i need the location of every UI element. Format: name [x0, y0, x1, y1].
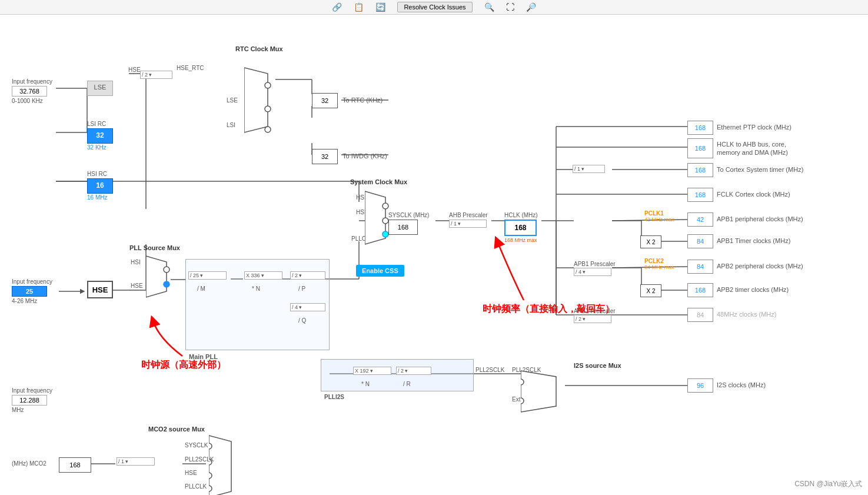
apb2-prescaler-select[interactable]: / 2▾	[574, 315, 611, 323]
i2s-mux-shape	[521, 368, 568, 415]
svg-point-55	[265, 127, 271, 132]
ahb-prescaler-select[interactable]: / 1▾	[449, 220, 487, 228]
lsi-rc-label: LSI RC	[87, 121, 106, 127]
hsi-rc-block: 16	[87, 178, 113, 194]
fclk-box: 168	[687, 188, 713, 202]
m-label: / M	[197, 285, 205, 292]
svg-point-66	[521, 398, 524, 404]
m-div-select[interactable]: / 25▾	[188, 271, 227, 280]
hclk-max-label: 168 MHz max	[504, 237, 537, 243]
plli2s-label: PLLI2S	[324, 394, 344, 400]
n-label: * N	[252, 285, 260, 292]
resolve-clock-button[interactable]: Resolve Clock Issues	[397, 2, 472, 12]
lse-input-freq: Input frequency 0-1000 KHz	[12, 78, 52, 104]
apb1-timer-box: 84	[687, 234, 713, 248]
hse-input-freq: Input frequency 4-26 MHz	[12, 278, 52, 304]
watermark: CSDN @JiaYu嵌入式	[794, 479, 862, 489]
expand-icon[interactable]: ⛶	[506, 2, 514, 12]
pclk2-label: PCLK2	[644, 258, 664, 264]
plli2s-n-select[interactable]: X 192▾	[353, 367, 391, 375]
apb2-timer-label: APB2 timer clocks (MHz)	[717, 286, 789, 293]
rtc-mux-shape	[244, 62, 277, 138]
main-container: 🔗 📋 🔄 Resolve Clock Issues 🔍 ⛶ 🔎	[0, 0, 868, 495]
lsi-mux-label: LSI	[227, 122, 235, 128]
ext-freq-range: MHz	[12, 407, 24, 413]
apb1-prescaler-select[interactable]: / 4▾	[574, 268, 611, 276]
sys-mux-label: System Clock Mux	[350, 178, 407, 185]
svg-marker-61	[146, 256, 167, 297]
wire-svg	[0, 15, 868, 495]
hsi-mhz-label: 16 MHz	[87, 194, 107, 201]
svg-point-54	[265, 106, 271, 112]
mco2-div-select[interactable]: / 1▾	[117, 457, 155, 466]
apb2-timer-box: 168	[687, 283, 713, 297]
plli2s-area: PLLI2S	[321, 359, 474, 391]
mco2-sysclk-label: SYSCLK	[185, 442, 208, 449]
sysclk-label: SYSCLK (MHz)	[388, 212, 429, 218]
iwdg-out-box: 32	[312, 149, 338, 164]
x2-apb1-box: X 2	[640, 235, 661, 248]
pclk2-max: 84 MHz max	[644, 264, 674, 270]
ahb-bus-label: HCLK to AHB bus, core,memory and DMA (MH…	[717, 140, 788, 157]
ext-freq-input[interactable]	[12, 395, 47, 406]
link-icon[interactable]: 🔗	[332, 2, 342, 12]
hclk-box[interactable]: 168	[504, 220, 537, 236]
n-mul-select[interactable]: X 336▾	[244, 271, 282, 280]
pclk1-label: PCLK1	[644, 210, 664, 217]
q-label: / Q	[298, 317, 306, 324]
pll2sclk-out-label: PLL2SCLK	[475, 367, 504, 373]
search-icon[interactable]: 🔍	[484, 2, 494, 12]
hse-rtc-label: HSE_RTC	[177, 65, 204, 71]
svg-point-53	[265, 82, 271, 88]
diagram-area: Input frequency 0-1000 KHz LSE LSI RC 32…	[0, 15, 868, 495]
iwdg-label: To IWDG (KHz)	[342, 152, 387, 160]
svg-point-59	[383, 231, 388, 237]
p-div-select[interactable]: / 2▾	[290, 271, 325, 280]
svg-point-68	[209, 443, 212, 449]
eth-ptp-box: 168	[687, 121, 713, 135]
hse-rtc-div[interactable]: / 2▾	[140, 71, 172, 79]
p-label: / P	[298, 285, 305, 292]
cortex-div-select[interactable]: / 1▾	[573, 165, 605, 173]
apb1-timer-label: APB1 Timer clocks (MHz)	[717, 237, 790, 244]
eth-ptp-label: Ethernet PTP clock (MHz)	[717, 124, 791, 131]
svg-marker-64	[521, 371, 556, 412]
hse-pll-label: HSE	[131, 283, 143, 289]
lse-freq-label: Input frequency	[12, 78, 52, 85]
plli2s-r-label: / R	[403, 381, 411, 387]
refresh-icon[interactable]: 🔄	[375, 2, 385, 12]
lse-freq-input[interactable]	[12, 86, 47, 97]
hse-rtc-input-label: HSE	[128, 67, 141, 73]
pll-src-mux-shape	[146, 253, 172, 300]
i2s-out-box: 96	[687, 378, 713, 393]
svg-point-57	[383, 203, 388, 209]
hse-freq-input[interactable]	[12, 286, 47, 297]
copy-icon[interactable]: 📋	[354, 2, 364, 12]
sys-mux-shape	[365, 188, 391, 247]
48mhz-label: 48MHz clocks (MHz)	[717, 311, 776, 318]
x2-apb2-box: X 2	[640, 284, 661, 297]
lse-mux-label: LSE	[227, 97, 238, 104]
i2s-mux-label: I2S source Mux	[574, 362, 621, 369]
hsi-pll-label: HSI	[131, 259, 141, 265]
lse-block: LSE	[87, 81, 113, 96]
fclk-label: FCLK Cortex clock (MHz)	[717, 191, 790, 198]
mco2-pll2sclk-label: PLL2SCLK	[185, 456, 214, 463]
enable-css-button[interactable]: Enable CSS	[356, 265, 404, 277]
hse-freq-range: 4-26 MHz	[12, 298, 37, 304]
apb1-periph-box: 42	[687, 212, 713, 227]
q-div-select[interactable]: / 4▾	[290, 303, 325, 311]
svg-point-58	[383, 218, 388, 224]
plli2s-r-select[interactable]: / 2▾	[396, 367, 431, 375]
svg-point-63	[164, 281, 169, 287]
sysclk-box: 168	[388, 220, 418, 235]
zoom-icon[interactable]: 🔎	[526, 2, 536, 12]
ext-input-freq: Input frequency MHz	[12, 387, 52, 413]
svg-point-65	[521, 379, 524, 385]
lse-freq-range: 0-1000 KHz	[12, 98, 43, 104]
lsi-rc-block: 32	[87, 128, 113, 144]
hclk-label: HCLK (MHz)	[504, 212, 538, 218]
hse-freq-label: Input frequency	[12, 278, 52, 285]
apb1-prescaler-label: APB1 Prescaler	[574, 261, 616, 267]
cn-clock-src: 时钟源（高速外部）	[141, 359, 226, 371]
